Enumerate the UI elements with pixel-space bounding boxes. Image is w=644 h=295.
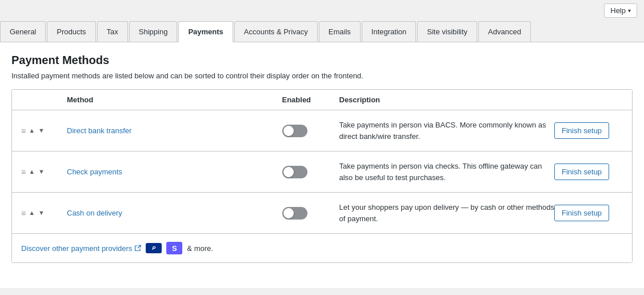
header-sort	[21, 95, 67, 104]
method-link-cash-on-delivery[interactable]: Cash on delivery	[67, 209, 122, 217]
table-row-direct-bank-transfer: ≡ ▲ ▼ Direct bank transfer Take payments…	[12, 110, 632, 152]
top-bar: Help ▾	[0, 0, 644, 21]
discover-link[interactable]: Discover other payment providers	[21, 244, 141, 253]
header-action	[554, 95, 623, 104]
chevron-down-icon: ▾	[628, 7, 631, 14]
action-cell-check-payments: Finish setup	[554, 164, 623, 180]
tab-payments[interactable]: Payments	[178, 21, 233, 42]
paypal-logo-icon: P	[146, 243, 162, 253]
drag-handle-icon[interactable]: ≡	[21, 209, 26, 218]
table-header: Method Enabled Description	[12, 90, 632, 110]
tab-integration[interactable]: Integration	[362, 21, 416, 42]
help-button[interactable]: Help ▾	[604, 3, 637, 18]
row-controls-check-payments: ≡ ▲ ▼	[21, 168, 67, 177]
tab-shipping[interactable]: Shipping	[129, 21, 178, 42]
finish-setup-button-check-payments[interactable]: Finish setup	[554, 164, 609, 180]
help-label: Help	[610, 6, 626, 15]
move-up-button[interactable]: ▲	[28, 127, 35, 134]
method-name-direct-bank-transfer: Direct bank transfer	[67, 126, 282, 135]
move-down-button[interactable]: ▼	[38, 210, 45, 216]
header-description: Description	[339, 95, 555, 104]
tab-emails[interactable]: Emails	[319, 21, 361, 42]
move-up-button[interactable]: ▲	[28, 210, 35, 216]
discover-link-text: Discover other payment providers	[21, 244, 132, 253]
tab-advanced[interactable]: Advanced	[478, 21, 531, 42]
toggle-wrap-cash-on-delivery	[282, 207, 339, 220]
table-row-cash-on-delivery: ≡ ▲ ▼ Cash on delivery Let your shoppers…	[12, 193, 632, 233]
more-text: & more.	[187, 244, 213, 253]
move-down-button[interactable]: ▼	[38, 169, 45, 175]
table-rows: ≡ ▲ ▼ Direct bank transfer Take payments…	[12, 110, 632, 233]
toggle-cash-on-delivery[interactable]	[282, 207, 307, 220]
tab-tax[interactable]: Tax	[97, 21, 128, 42]
page-title: Payment Methods	[11, 54, 633, 67]
main-content: Payment Methods Installed payment method…	[0, 42, 644, 288]
toggle-direct-bank-transfer[interactable]	[282, 125, 307, 137]
description-check-payments: Take payments in person via checks. This…	[339, 161, 555, 183]
method-name-check-payments: Check payments	[67, 168, 282, 176]
description-cash-on-delivery: Let your shoppers pay upon delivery — by…	[339, 202, 555, 224]
method-link-direct-bank-transfer[interactable]: Direct bank transfer	[67, 126, 131, 135]
method-name-cash-on-delivery: Cash on delivery	[67, 209, 282, 217]
drag-handle-icon[interactable]: ≡	[21, 126, 26, 135]
description-direct-bank-transfer: Take payments in person via BACS. More c…	[339, 119, 555, 142]
finish-setup-button-direct-bank-transfer[interactable]: Finish setup	[554, 122, 609, 139]
tab-products[interactable]: Products	[47, 21, 95, 42]
method-link-check-payments[interactable]: Check payments	[67, 168, 122, 176]
toggle-wrap-check-payments	[282, 166, 339, 178]
tabs-bar: GeneralProductsTaxShippingPaymentsAccoun…	[0, 21, 644, 42]
tab-site-visibility[interactable]: Site visibility	[417, 21, 477, 42]
toggle-check-payments[interactable]	[282, 166, 307, 178]
action-cell-direct-bank-transfer: Finish setup	[554, 122, 623, 139]
discover-section: Discover other payment providers P S & m…	[12, 233, 632, 262]
row-controls-direct-bank-transfer: ≡ ▲ ▼	[21, 126, 67, 135]
payment-methods-table: Method Enabled Description ≡ ▲ ▼ Direct …	[11, 89, 633, 263]
finish-setup-button-cash-on-delivery[interactable]: Finish setup	[554, 205, 609, 221]
action-cell-cash-on-delivery: Finish setup	[554, 205, 623, 221]
row-controls-cash-on-delivery: ≡ ▲ ▼	[21, 209, 67, 218]
header-method: Method	[67, 95, 282, 104]
move-up-button[interactable]: ▲	[28, 169, 35, 175]
external-link-icon	[134, 245, 141, 252]
page-description: Installed payment methods are listed bel…	[11, 71, 633, 80]
toggle-wrap-direct-bank-transfer	[282, 125, 339, 137]
drag-handle-icon[interactable]: ≡	[21, 168, 26, 177]
stripe-logo-icon: S	[166, 242, 182, 254]
tab-accounts-privacy[interactable]: Accounts & Privacy	[234, 21, 318, 42]
move-down-button[interactable]: ▼	[38, 127, 45, 134]
tab-general[interactable]: General	[0, 21, 46, 42]
header-enabled: Enabled	[282, 95, 339, 104]
table-row-check-payments: ≡ ▲ ▼ Check payments Take payments in pe…	[12, 152, 632, 193]
